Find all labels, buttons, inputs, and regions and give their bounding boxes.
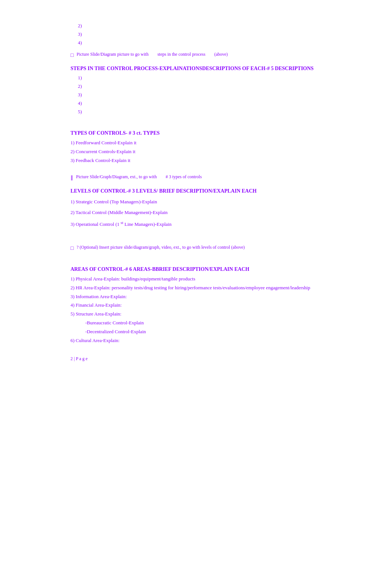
list-item: 5) <box>78 108 358 116</box>
section4-heading: AREAS OF CONTROL-# 6 AREAS-BBRIEF DESCRI… <box>71 266 358 273</box>
page-content: 2) 3) 4) □ Picture Slide/Diagram picture… <box>71 22 358 363</box>
list-item: 3) <box>78 31 358 38</box>
section4-item4: 4) Financial Area-Explain: <box>71 301 358 309</box>
list-item: 2) <box>78 22 358 30</box>
section3-list: 1) Strategic Control (Top Managers)-Expl… <box>71 198 358 228</box>
list-item: 3) <box>78 91 358 99</box>
picture-note-3: □ ? (Optional) Insert picture slide/diag… <box>71 244 358 252</box>
section4-item3: 3) Information Area-Explain: <box>71 293 358 301</box>
picture-note-2-text: Picture Slide/Graph/Diagram, ext., to go… <box>76 173 358 180</box>
section2-item3: 3) Feedback Control-Explain it <box>71 157 358 165</box>
parallel-icon: ∥ <box>71 174 73 182</box>
top-numbered-list: 2) 3) 4) <box>78 22 358 46</box>
picture-note-3-text: ? (Optional) Insert picture slide/diagra… <box>76 244 358 251</box>
checkbox-icon-2: □ <box>71 244 73 252</box>
section4-item2: 2) HR Area-Explain: personality tests/dr… <box>71 284 358 292</box>
section1-heading: STEPS IN THE CONTROL PROCESS-EXPLAINATIO… <box>71 65 358 72</box>
level-item-2: 2) Tactical Control (Middle Management)-… <box>71 209 358 217</box>
section2-item2: 2) Concurrent Controls-Explain it <box>71 148 358 156</box>
section2-item1: 1) Feedforward Control-Explain it <box>71 139 358 147</box>
section1-list: 1) 2) 3) 4) 5) <box>78 74 358 115</box>
list-item: 1) <box>78 74 358 82</box>
checkbox-icon: □ <box>71 51 73 59</box>
list-item: 4) <box>78 100 358 107</box>
section2-heading: TYPES OF CONTROLS- # 3 ct. TYPES <box>71 130 358 137</box>
level-item-1: 1) Strategic Control (Top Managers)-Expl… <box>71 198 358 206</box>
list-item: 2) <box>78 83 358 90</box>
section4-item6: 6) Cultural Area-Explain: <box>71 337 358 345</box>
picture-note-1-text: Picture Slide/Diagram picture to go with… <box>76 51 358 58</box>
level-item-3: 3) Operational Control (1 st Line Manage… <box>71 220 358 228</box>
section3-heading: LEVELS OF CONTROL-# 3 LEVELS/ BRIEF DESC… <box>71 187 358 195</box>
picture-note-2: ∥ Picture Slide/Graph/Diagram, ext., to … <box>71 173 358 182</box>
list-item: 4) <box>78 39 358 47</box>
page-number: 2 | P a g e <box>71 355 358 362</box>
section4-item5: 5) Structure Area-Explain: <box>71 310 358 318</box>
picture-note-1: □ Picture Slide/Diagram picture to go wi… <box>71 51 358 59</box>
section4-subitem2: -Decentralized Control-Explain <box>85 328 358 336</box>
section4-subitem1: -Bureaucratic Control-Explain <box>85 319 358 327</box>
section4-item1: 1) Physical Area-Explain: buildings/equi… <box>71 275 358 283</box>
